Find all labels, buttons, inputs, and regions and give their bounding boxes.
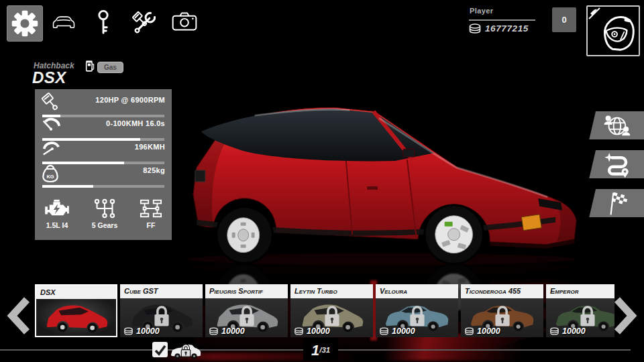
car-price: 10000 [209, 326, 245, 336]
tuning-button[interactable] [129, 9, 159, 41]
coins-icon [294, 327, 304, 335]
camera-icon [172, 11, 197, 32]
car-card-name: Emperor [546, 284, 614, 298]
chevron-left-icon [5, 296, 32, 335]
car-card-leytin-turbo[interactable]: Leytin Turbo 10000 [290, 284, 373, 337]
car-price: 10000 [294, 326, 330, 336]
coins-icon [123, 327, 133, 335]
car-price: 10000 [123, 326, 160, 336]
car-card-name: Pieugris Sportif [205, 284, 288, 298]
car-price: 10000 [549, 326, 586, 336]
route-icon [603, 152, 631, 178]
car-card-dsx[interactable]: DSX [35, 284, 117, 337]
car-card-preview: 10000 [461, 298, 543, 337]
car-card-name: Veloura [376, 284, 458, 298]
car-card-name: DSX [36, 286, 116, 299]
car-card-name: Leytin Turbo [290, 284, 373, 298]
spec-gearbox: 5 Gears [92, 198, 118, 229]
carousel-prev-button[interactable] [5, 296, 32, 338]
lock-icon [322, 304, 342, 329]
speedometer-icon [40, 139, 62, 159]
gear-icon [11, 9, 39, 38]
weight-icon: KG [40, 162, 60, 184]
globe-users-icon [603, 113, 631, 139]
player-name-label: Player [470, 7, 493, 15]
settings-button[interactable] [7, 5, 43, 42]
carousel-page-indicator: 1 / 31 [303, 338, 338, 361]
car-card-preview: 10000 [376, 298, 458, 337]
lock-icon [152, 304, 172, 329]
spec-engine: 1.5L I4 [44, 198, 70, 229]
coins-icon [468, 23, 482, 34]
lock-icon [407, 304, 427, 329]
car-carousel: DSX Cube GST 10000 Pieugris Spor [35, 284, 614, 338]
car-card-preview: 10000 [205, 298, 288, 337]
lock-icon [578, 304, 598, 329]
chevron-right-icon [612, 296, 639, 335]
fuel-pump-icon [85, 60, 95, 75]
stat-top-speed-value: 196KMH [135, 143, 165, 151]
vehicle-specs: 1.5L I4 5 Gears [44, 198, 162, 229]
car-thumbnail [42, 302, 111, 333]
vehicle-stats-panel: 120HP @ 6900RPM 0-100KMH 16.0s 196KMH [35, 89, 172, 240]
lock-icon [492, 304, 513, 329]
car-icon [51, 15, 76, 32]
car-card-cube-gst[interactable]: Cube GST 10000 [120, 284, 203, 337]
player-divider [469, 19, 535, 21]
drivetrain-icon [140, 198, 162, 219]
notification-counter: 0 [552, 7, 576, 32]
car-price: 10000 [464, 326, 500, 336]
fuel-type-badge: Gas [97, 62, 123, 73]
stat-weight-bar [42, 185, 164, 188]
game-screen: Player 16777215 0 Hatchback [0, 0, 644, 362]
gear-shifter-icon [93, 198, 116, 219]
vehicle-preview [174, 93, 589, 265]
svg-text:KG: KG [46, 174, 54, 180]
car-card-preview: 10000 [290, 298, 373, 337]
car-card-preview: 10000 [546, 298, 614, 337]
engine-icon [44, 198, 70, 219]
spec-drivetrain-label: FF [147, 221, 156, 229]
car-card-name: Ticonderoga 455 [461, 284, 543, 298]
coins-icon [379, 327, 389, 335]
player-credits: 16777215 [468, 23, 529, 34]
car-card-preview: 10000 [120, 298, 203, 337]
stat-power-value: 120HP @ 6900RPM [95, 96, 165, 104]
online-mode-button[interactable] [589, 111, 644, 139]
page-total: 31 [321, 340, 330, 361]
car-card-preview [36, 299, 116, 336]
keys-button[interactable] [95, 9, 111, 40]
accelerometer-icon [40, 115, 62, 135]
coins-icon [464, 327, 474, 335]
lock-icon [237, 304, 257, 329]
stat-weight-value: 825kg [143, 166, 165, 174]
car-card-veloura[interactable]: Veloura 10000 [376, 284, 458, 337]
garage-button[interactable] [51, 15, 76, 35]
spec-drivetrain: FF [140, 198, 162, 229]
car-card-name: Cube GST [120, 284, 203, 298]
locked-cars-icon [170, 343, 202, 362]
credits-value: 16777215 [485, 23, 529, 34]
stat-top-speed-bar [42, 162, 164, 164]
key-icon [95, 9, 111, 38]
check-icon [153, 343, 168, 357]
career-mode-button[interactable] [589, 150, 644, 178]
car-card-pieugris-sportif[interactable]: Pieugris Sportif 10000 [205, 284, 288, 337]
checkered-flag-icon [603, 191, 631, 218]
race-button[interactable] [589, 189, 644, 217]
car-card-emperor[interactable]: Emperor 10000 [546, 284, 614, 337]
edit-pencil-icon [588, 7, 603, 22]
photo-mode-button[interactable] [172, 11, 197, 34]
carousel-next-button[interactable] [612, 296, 639, 338]
piston-icon [40, 92, 62, 113]
coins-icon [209, 327, 219, 335]
reflection-glow [372, 334, 553, 361]
car-price: 10000 [379, 326, 415, 336]
tools-icon [129, 9, 159, 38]
spec-engine-label: 1.5L I4 [46, 221, 68, 229]
stat-acceleration-value: 0-100KMH 16.0s [106, 119, 165, 127]
show-locked-checkbox[interactable] [152, 342, 168, 357]
profile-button[interactable] [586, 5, 640, 56]
car-card-ticonderoga-455[interactable]: Ticonderoga 455 10000 [461, 284, 543, 337]
coins-icon [549, 327, 559, 335]
